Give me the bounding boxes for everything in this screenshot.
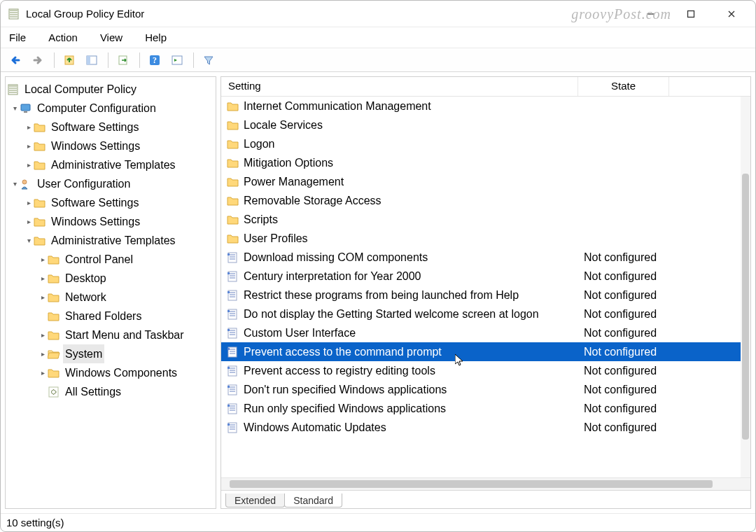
setting-icon (227, 346, 239, 358)
chevron-right-icon[interactable]: ▸ (24, 197, 34, 209)
list-item-name: Run only specified Windows applications (244, 402, 584, 415)
list-row[interactable]: Internet Communication Management (221, 97, 750, 115)
tree-node-control-panel[interactable]: ▸ Control Panel (7, 250, 214, 269)
toolbar (1, 48, 755, 72)
list-row[interactable]: Prevent access to registry editing tools… (221, 361, 750, 380)
list-item-name: Locale Services (244, 119, 584, 132)
maximize-button[interactable] (677, 4, 705, 24)
chevron-right-icon[interactable]: ▸ (24, 216, 34, 227)
list-row[interactable]: Windows Automatic UpdatesNot configured (221, 418, 750, 437)
tree-node-user-config[interactable]: ▾ User Configuration (7, 174, 214, 193)
chevron-right-icon[interactable]: ▸ (24, 121, 34, 133)
tree-label: Windows Settings (49, 136, 142, 155)
list-item-state: Not configured (584, 289, 724, 302)
list-row[interactable]: Mitigation Options (221, 153, 750, 172)
toolbar-forward-button[interactable] (27, 51, 48, 69)
list-item-name: Logon (244, 138, 584, 150)
scrollbar-thumb[interactable] (742, 174, 749, 440)
tree-node-all-settings[interactable]: All Settings (7, 382, 214, 401)
setting-icon (227, 251, 239, 264)
tree-node-cc-windows[interactable]: ▸ Windows Settings (7, 136, 214, 155)
folder-icon (48, 329, 60, 342)
list-row[interactable]: Century interpretation for Year 2000Not … (221, 267, 750, 286)
menu-help[interactable]: Help (142, 30, 169, 45)
tree-label: Software Settings (49, 118, 141, 136)
tree: Local Computer Policy ▾ Computer Configu… (7, 80, 214, 401)
folder-icon (48, 272, 60, 285)
setting-icon (227, 289, 239, 302)
tree-node-cc-software[interactable]: ▸ Software Settings (7, 118, 214, 136)
list-body[interactable]: Internet Communication ManagementLocale … (221, 97, 750, 477)
col-header-state[interactable]: State (578, 77, 669, 96)
tree-node-system[interactable]: ▸ System (7, 344, 214, 363)
chevron-right-icon[interactable]: ▸ (38, 253, 48, 265)
setting-icon (227, 384, 239, 396)
list-row[interactable]: Restrict these programs from being launc… (221, 286, 750, 304)
list-row[interactable]: Custom User InterfaceNot configured (221, 323, 750, 342)
toolbar-help-button[interactable] (144, 51, 165, 69)
list-row[interactable]: User Profiles (221, 229, 750, 248)
list-row[interactable]: Logon (221, 134, 750, 153)
menu-action[interactable]: Action (46, 30, 80, 45)
list-row[interactable]: Scripts (221, 210, 750, 229)
toolbar-filter-button[interactable] (198, 51, 219, 69)
tree-node-network[interactable]: ▸ Network (7, 288, 214, 307)
chevron-right-icon[interactable]: ▸ (38, 348, 48, 360)
chevron-right-icon[interactable]: ▸ (38, 272, 48, 284)
policy-root-icon (7, 83, 20, 96)
toolbar-action-pane-button[interactable] (167, 51, 188, 69)
list-row[interactable]: Removable Storage Access (221, 191, 750, 210)
tree-node-cc-admin[interactable]: ▸ Administrative Templates (7, 155, 214, 174)
tree-node-root[interactable]: Local Computer Policy (7, 80, 214, 99)
chevron-right-icon[interactable]: ▸ (38, 367, 48, 379)
tree-node-computer-config[interactable]: ▾ Computer Configuration (7, 99, 214, 118)
list-row[interactable]: Don't run specified Windows applications… (221, 380, 750, 399)
scrollbar-horizontal[interactable] (221, 477, 750, 490)
toolbar-separator (54, 52, 55, 68)
list-item-name: Do not display the Getting Started welco… (244, 308, 584, 321)
tree-node-windows-components[interactable]: ▸ Windows Components (7, 363, 214, 382)
chevron-down-icon[interactable]: ▾ (10, 178, 20, 190)
toolbar-export-button[interactable] (113, 51, 134, 69)
toolbar-up-button[interactable] (59, 51, 80, 69)
tree-node-uc-windows[interactable]: ▸ Windows Settings (7, 212, 214, 231)
chevron-right-icon[interactable]: ▸ (38, 329, 48, 341)
menu-view[interactable]: View (97, 30, 125, 45)
list-item-name: Century interpretation for Year 2000 (244, 270, 584, 283)
chevron-right-icon[interactable]: ▸ (24, 140, 34, 152)
chevron-right-icon[interactable]: ▸ (24, 159, 34, 171)
list-row[interactable]: Locale Services (221, 115, 750, 134)
chevron-down-icon[interactable]: ▾ (10, 102, 20, 114)
list-item-state: Not configured (584, 327, 724, 340)
list-item-name: Download missing COM components (244, 251, 584, 264)
folder-icon (34, 121, 46, 134)
tree-node-uc-software[interactable]: ▸ Software Settings (7, 193, 214, 212)
list-row[interactable]: Power Management (221, 172, 750, 191)
col-header-setting[interactable]: Setting (221, 77, 578, 96)
scrollbar-thumb[interactable] (230, 480, 713, 488)
close-button[interactable] (718, 4, 746, 24)
tree-panel[interactable]: Local Computer Policy ▾ Computer Configu… (5, 76, 216, 509)
tree-node-uc-admin[interactable]: ▾ Administrative Templates (7, 231, 214, 250)
menubar: File Action View Help (1, 27, 755, 48)
menu-file[interactable]: File (6, 30, 29, 45)
statusbar: 10 setting(s) (1, 513, 755, 531)
tree-node-startmenu[interactable]: ▸ Start Menu and Taskbar (7, 326, 214, 344)
scrollbar-vertical[interactable] (741, 97, 750, 489)
chevron-down-icon[interactable]: ▾ (24, 234, 34, 246)
status-text: 10 setting(s) (6, 517, 64, 528)
tree-node-desktop[interactable]: ▸ Desktop (7, 269, 214, 288)
tree-label: All Settings (63, 382, 123, 401)
list-row[interactable]: Run only specified Windows applicationsN… (221, 399, 750, 418)
list-row[interactable]: Do not display the Getting Started welco… (221, 304, 750, 323)
chevron-right-icon[interactable]: ▸ (38, 291, 48, 303)
toolbar-tree-toggle-button[interactable] (81, 51, 102, 69)
toolbar-back-button[interactable] (5, 51, 26, 69)
list-row[interactable]: Prevent access to the command promptNot … (221, 342, 750, 361)
list-item-name: User Profiles (244, 232, 584, 245)
tree-node-shared-folders[interactable]: Shared Folders (7, 307, 214, 326)
tab-extended[interactable]: Extended (225, 493, 285, 507)
tab-standard[interactable]: Standard (284, 493, 342, 507)
tree-label: Administrative Templates (49, 231, 178, 250)
list-row[interactable]: Download missing COM componentsNot confi… (221, 248, 750, 267)
